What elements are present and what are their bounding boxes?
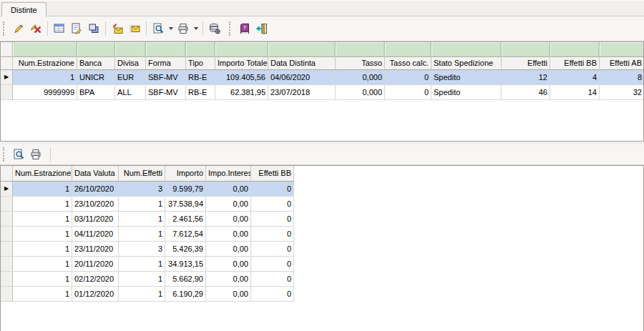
table-cell: 3 (119, 242, 165, 257)
selector-header (1, 57, 13, 70)
table-row[interactable]: 120/11/2020134.913,150,000 (1, 257, 644, 272)
row-selector[interactable]: ▶ (1, 182, 13, 197)
copy-button[interactable] (85, 21, 102, 36)
database-gear-icon (208, 22, 221, 35)
table-row[interactable]: 102/12/202015.662,900,000 (1, 272, 644, 287)
column-header[interactable]: Divisa (115, 57, 146, 70)
table-cell: 1 (13, 257, 72, 272)
column-header[interactable]: Num.Effetti (119, 166, 165, 182)
header-row: Num.EstrazioneBancaDivisaFormaTipoImport… (1, 57, 644, 70)
detail-print-button[interactable] (27, 147, 44, 162)
table-cell: 46 (502, 85, 550, 100)
row-selector[interactable] (1, 197, 13, 212)
column-header[interactable]: Tipo (186, 57, 215, 70)
send-mail-button[interactable] (109, 21, 126, 36)
toolbar-separator (146, 21, 147, 36)
column-header[interactable]: Effetti BB (251, 166, 294, 182)
properties-sheet-icon (70, 22, 83, 35)
print-dropdown[interactable] (192, 21, 200, 36)
column-header[interactable]: Banca (77, 57, 115, 70)
table-cell: 0,000 (336, 70, 385, 85)
table-cell: RB-E (186, 85, 215, 100)
table-row[interactable]: ▶1UNICREURSBF-MVRB-E109.405,5604/06/2020… (1, 70, 644, 85)
toolbar-separator (50, 147, 51, 162)
row-selector[interactable] (1, 227, 13, 242)
column-header[interactable]: Importo (165, 166, 206, 182)
database-settings-button[interactable] (206, 21, 223, 36)
tab-label: Distinte (11, 6, 37, 14)
table-cell: 02/12/2020 (72, 272, 119, 287)
toolbar-gripper[interactable] (3, 147, 8, 162)
table-cell: SBF-MV (146, 70, 186, 85)
edit-button[interactable] (10, 21, 27, 36)
print-preview-dropdown[interactable] (167, 21, 175, 36)
exit-button[interactable] (253, 21, 270, 36)
band-cell (385, 42, 431, 57)
band-cell (146, 42, 186, 57)
table-row[interactable]: ▶126/10/202039.599,790,000 (1, 182, 644, 197)
tab-distinte[interactable]: Distinte (1, 2, 47, 17)
print-button[interactable] (175, 21, 192, 36)
table-cell: 0,00 (206, 212, 251, 227)
table-cell: 1 (13, 197, 72, 212)
properties-button[interactable] (68, 21, 85, 36)
mail-button[interactable] (126, 21, 143, 36)
row-selector[interactable]: ▶ (1, 70, 13, 85)
table-cell: 0,00 (206, 227, 251, 242)
row-selector[interactable] (1, 242, 13, 257)
table-cell: 0 (251, 182, 294, 197)
table-cell: 37.538,94 (165, 197, 206, 212)
column-header[interactable]: Effetti (502, 57, 550, 70)
table-cell: 1 (13, 287, 72, 302)
detail-toolbar (0, 144, 644, 165)
table-cell: 0 (251, 212, 294, 227)
band-cell (336, 42, 385, 57)
table-icon (53, 22, 66, 35)
table-cell: 0,00 (206, 242, 251, 257)
table-cell: 0 (251, 287, 294, 302)
table-cell: 1 (119, 212, 165, 227)
band-cell (215, 42, 268, 57)
row-selector[interactable] (1, 257, 13, 272)
band-cell (431, 42, 502, 57)
table-row[interactable]: 104/11/202017.612,540,000 (1, 227, 644, 242)
table-cell: 6.190,29 (165, 287, 206, 302)
column-header[interactable]: Importo Totale (215, 57, 268, 70)
column-header[interactable]: Forma (146, 57, 186, 70)
column-header[interactable]: Stato Spedizione (431, 57, 502, 70)
table-row[interactable]: 123/11/202035.426,390,000 (1, 242, 644, 257)
table-row[interactable]: 9999999BPAALLSBF-MVRB-E62.381,9523/07/20… (1, 85, 644, 100)
column-header[interactable]: Num.Estrazione (13, 57, 77, 70)
column-header[interactable]: Num.Estrazione (13, 166, 72, 182)
detail-table-button[interactable] (51, 21, 68, 36)
toolbar-separator (47, 21, 48, 36)
column-header[interactable]: Data Distinta (268, 57, 336, 70)
detail-print-preview-button[interactable] (10, 147, 27, 162)
row-selector[interactable] (1, 85, 13, 100)
table-row[interactable]: 101/12/202016.190,290,000 (1, 287, 644, 302)
table-cell: 14 (550, 85, 600, 100)
row-selector[interactable] (1, 287, 13, 302)
print-preview-icon (12, 148, 25, 161)
print-preview-button[interactable] (150, 21, 167, 36)
row-selector[interactable] (1, 272, 13, 287)
toolbar-gripper[interactable] (3, 21, 8, 36)
column-header[interactable]: Data Valuta (72, 166, 119, 182)
toolbar-gripper[interactable] (229, 21, 234, 36)
table-cell: 9999999 (13, 85, 77, 100)
column-header[interactable]: Tasso calc. (385, 57, 431, 70)
table-cell: 26/10/2020 (72, 182, 119, 197)
current-row-arrow: ▶ (4, 70, 9, 84)
table-cell: 5.426,39 (165, 242, 206, 257)
column-header[interactable]: Tasso (336, 57, 385, 70)
row-selector[interactable] (1, 212, 13, 227)
column-header[interactable]: Effetti AB (600, 57, 644, 70)
table-row[interactable]: 103/11/202012.461,560,000 (1, 212, 644, 227)
column-header[interactable]: Effetti BB (550, 57, 600, 70)
exit-door-icon (255, 22, 268, 35)
column-header[interactable]: Impo.Interes (206, 166, 251, 182)
cancel-edit-button[interactable] (27, 21, 44, 36)
copy-layers-icon (87, 22, 100, 35)
table-row[interactable]: 123/10/2020137.538,940,000 (1, 197, 644, 212)
help-button[interactable]: ? (236, 21, 253, 36)
